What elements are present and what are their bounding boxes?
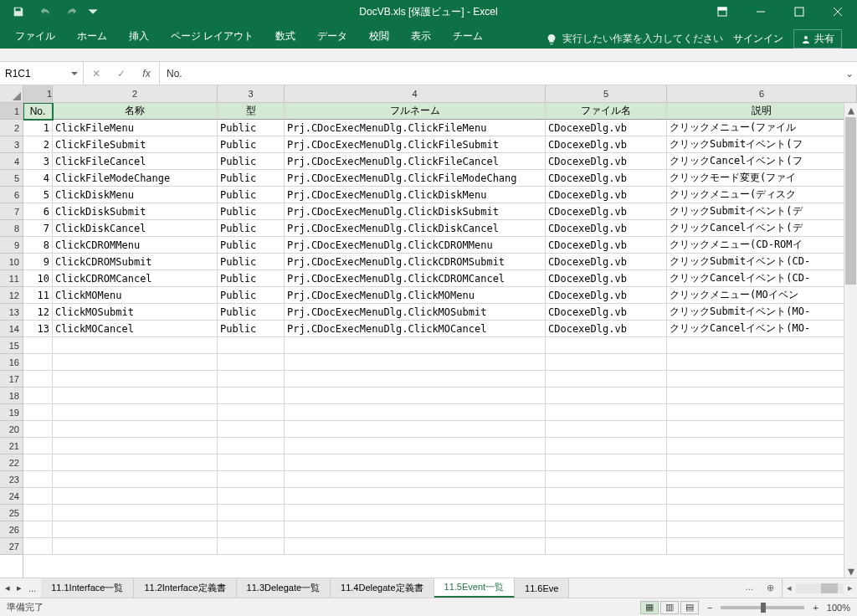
data-cell[interactable]: Prj.CDocExecMenuDlg.ClickCDROMCancel xyxy=(285,270,546,287)
data-cell[interactable]: クリックメニュー(MOイベン xyxy=(667,287,857,304)
name-box[interactable]: R1C1 xyxy=(0,62,84,85)
data-cell[interactable] xyxy=(285,388,546,404)
data-cell[interactable] xyxy=(667,371,857,388)
data-cell[interactable] xyxy=(546,388,667,404)
data-cell[interactable]: CDocexeDlg.vb xyxy=(546,237,667,254)
data-cell[interactable]: Public xyxy=(218,203,285,220)
data-cell[interactable] xyxy=(667,488,857,505)
data-cell[interactable] xyxy=(218,371,285,388)
data-cell[interactable]: Prj.CDocExecMenuDlg.ClickDiskCancel xyxy=(285,220,546,237)
data-cell[interactable]: ClickMOCancel xyxy=(53,321,218,337)
cancel-formula-button[interactable]: ✕ xyxy=(84,62,109,85)
signin-link[interactable]: サインイン xyxy=(733,32,783,46)
data-cell[interactable]: 1 xyxy=(23,120,53,136)
data-cell[interactable] xyxy=(546,371,667,388)
data-cell[interactable] xyxy=(546,521,667,538)
row-header[interactable]: 21 xyxy=(0,438,23,454)
data-cell[interactable] xyxy=(218,488,285,505)
row-header[interactable]: 22 xyxy=(0,454,23,471)
hscroll-thumb[interactable] xyxy=(821,583,838,593)
data-cell[interactable]: Prj.CDocExecMenuDlg.ClickCDROMMenu xyxy=(285,237,546,254)
data-cell[interactable] xyxy=(53,521,218,538)
data-cell[interactable] xyxy=(285,371,546,388)
data-cell[interactable]: CDocexeDlg.vb xyxy=(546,270,667,287)
data-cell[interactable] xyxy=(23,337,53,354)
data-cell[interactable]: 12 xyxy=(23,304,53,321)
data-cell[interactable]: ClickCDROMSubmit xyxy=(53,254,218,270)
data-cell[interactable]: クリックCancelイベント(デ xyxy=(667,220,857,237)
data-cell[interactable] xyxy=(218,404,285,421)
data-cell[interactable]: ClickMOMenu xyxy=(53,287,218,304)
data-cell[interactable] xyxy=(23,371,53,388)
data-cell[interactable] xyxy=(546,471,667,488)
data-cell[interactable] xyxy=(285,471,546,488)
data-cell[interactable] xyxy=(546,438,667,454)
data-cell[interactable] xyxy=(53,471,218,488)
data-cell[interactable] xyxy=(218,388,285,404)
row-header[interactable]: 17 xyxy=(0,371,23,388)
data-cell[interactable]: Public xyxy=(218,170,285,187)
share-button[interactable]: 共有 xyxy=(793,29,842,49)
data-cell[interactable] xyxy=(53,388,218,404)
row-header[interactable]: 15 xyxy=(0,337,23,354)
row-header[interactable]: 20 xyxy=(0,421,23,438)
ribbon-tab[interactable]: データ xyxy=(307,24,357,49)
row-header[interactable]: 10 xyxy=(0,254,23,270)
data-cell[interactable]: CDocexeDlg.vb xyxy=(546,287,667,304)
ribbon-tab[interactable]: ページ レイアウト xyxy=(161,24,264,49)
formula-input[interactable]: No. xyxy=(160,62,842,85)
add-sheet-button[interactable]: ⊕ xyxy=(758,578,782,598)
data-cell[interactable] xyxy=(218,438,285,454)
data-cell[interactable]: CDocexeDlg.vb xyxy=(546,170,667,187)
row-header[interactable]: 19 xyxy=(0,404,23,421)
data-cell[interactable]: Public xyxy=(218,136,285,153)
ribbon-tab[interactable]: 校閲 xyxy=(359,24,399,49)
data-cell[interactable]: クリックCancelイベント(フ xyxy=(667,153,857,170)
data-cell[interactable]: クリックメニュー(CD-ROMイ xyxy=(667,237,857,254)
zoom-in-button[interactable]: + xyxy=(813,603,818,613)
row-header[interactable]: 14 xyxy=(0,321,23,337)
data-cell[interactable] xyxy=(285,488,546,505)
scrollbar-thumb[interactable] xyxy=(845,117,856,285)
data-cell[interactable] xyxy=(53,421,218,438)
data-cell[interactable]: ClickFileSubmit xyxy=(53,136,218,153)
data-cell[interactable] xyxy=(546,354,667,371)
data-cell[interactable] xyxy=(546,421,667,438)
data-cell[interactable]: Public xyxy=(218,321,285,337)
data-cell[interactable] xyxy=(285,454,546,471)
data-cell[interactable] xyxy=(285,538,546,555)
data-cell[interactable] xyxy=(667,388,857,404)
data-cell[interactable]: CDocexeDlg.vb xyxy=(546,136,667,153)
column-header[interactable]: 4 xyxy=(285,85,546,102)
tab-ellipsis-right[interactable]: ... xyxy=(741,578,758,598)
data-cell[interactable] xyxy=(218,538,285,555)
data-cell[interactable]: クリックSubmitイベント(CD- xyxy=(667,254,857,270)
ribbon-tab[interactable]: 挿入 xyxy=(119,24,159,49)
tab-ellipsis-left[interactable]: ... xyxy=(28,583,36,593)
data-cell[interactable] xyxy=(23,404,53,421)
header-cell[interactable]: フルネーム xyxy=(285,103,546,120)
data-cell[interactable] xyxy=(667,404,857,421)
data-cell[interactable]: CDocexeDlg.vb xyxy=(546,304,667,321)
data-cell[interactable]: Public xyxy=(218,220,285,237)
close-button[interactable] xyxy=(819,0,857,23)
data-cell[interactable]: Public xyxy=(218,304,285,321)
sheet-tab[interactable]: 11.5Event一覧 xyxy=(434,578,516,598)
data-cell[interactable]: Prj.CDocExecMenuDlg.ClickCDROMSubmit xyxy=(285,254,546,270)
data-cell[interactable] xyxy=(23,388,53,404)
data-cell[interactable] xyxy=(546,538,667,555)
data-cell[interactable]: ClickFileCancel xyxy=(53,153,218,170)
scroll-down-icon[interactable]: ▾ xyxy=(844,564,857,578)
tab-scroll-first-icon[interactable]: ◂ xyxy=(5,583,10,593)
data-cell[interactable]: CDocexeDlg.vb xyxy=(546,120,667,136)
sheet-tab[interactable]: 11.6Eve xyxy=(515,578,569,598)
data-cell[interactable]: 5 xyxy=(23,187,53,203)
row-header[interactable]: 27 xyxy=(0,538,23,555)
data-cell[interactable] xyxy=(23,471,53,488)
tab-scroll-next-icon[interactable]: ▸ xyxy=(17,583,22,593)
data-cell[interactable]: CDocexeDlg.vb xyxy=(546,321,667,337)
row-header[interactable]: 25 xyxy=(0,505,23,521)
data-cell[interactable] xyxy=(546,337,667,354)
data-cell[interactable]: クリックSubmitイベント(MO- xyxy=(667,304,857,321)
data-cell[interactable]: Prj.CDocExecMenuDlg.ClickDiskMenu xyxy=(285,187,546,203)
